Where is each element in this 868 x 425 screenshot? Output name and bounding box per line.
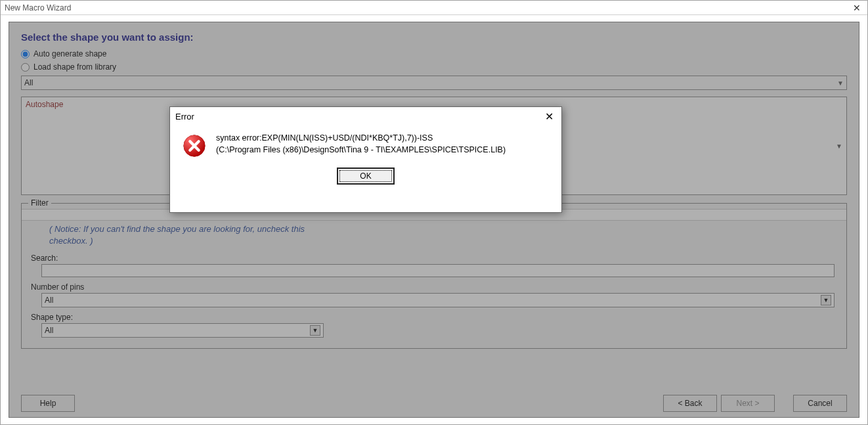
radio-load-library[interactable]: Load shape from library (21, 62, 847, 72)
error-button-row: OK (170, 162, 561, 192)
section-title: Select the shape you want to assign: (21, 32, 847, 43)
library-combo-value: All (24, 78, 33, 87)
type-value: All (45, 326, 53, 335)
ok-button[interactable]: OK (337, 168, 395, 185)
error-body: syntax error:EXP(MIN(LN(ISS)+USD/(NDI*KB… (170, 125, 561, 162)
close-icon[interactable]: ✕ (542, 110, 556, 123)
next-button[interactable]: Next > (721, 395, 775, 412)
ok-label: OK (360, 171, 371, 181)
shape-list-item: Autoshape (26, 100, 63, 192)
wizard-title: New Macro Wizard (5, 3, 71, 12)
error-dialog: Error ✕ syntax error:EXP(MIN(LN(ISS)+USD… (169, 106, 562, 213)
wizard-button-row: Help < Back Next > Cancel (21, 395, 847, 412)
wizard-titlebar: New Macro Wizard ✕ (1, 1, 867, 15)
back-label: < Back (678, 399, 702, 408)
error-title: Error (175, 112, 194, 122)
chevron-down-icon: ▼ (837, 79, 844, 87)
cancel-label: Cancel (808, 399, 832, 408)
wizard-content: Select the shape you want to assign: Aut… (9, 22, 859, 418)
pins-label: Number of pins (31, 282, 837, 292)
help-button[interactable]: Help (21, 395, 75, 412)
library-combo[interactable]: All ▼ (21, 76, 847, 90)
wizard-body: Select the shape you want to assign: Aut… (1, 15, 867, 424)
filter-legend: Filter (28, 198, 51, 208)
type-label: Shape type: (31, 313, 837, 322)
radio-load-input[interactable] (21, 63, 30, 72)
radio-load-label: Load shape from library (33, 62, 116, 72)
close-icon[interactable]: ✕ (850, 3, 863, 13)
search-input[interactable] (41, 264, 835, 277)
chevron-down-icon: ▼ (821, 295, 831, 305)
chevron-down-icon: ▼ (310, 325, 320, 336)
chevron-down-icon: ▼ (836, 143, 842, 150)
next-label: Next > (736, 399, 759, 408)
radio-auto-generate[interactable]: Auto generate shape (21, 49, 847, 58)
error-titlebar: Error ✕ (170, 107, 561, 125)
error-line1: syntax error:EXP(MIN(LN(ISS)+USD/(NDI*KB… (216, 132, 506, 144)
search-label: Search: (31, 254, 837, 263)
error-line2: (C:\Program Files (x86)\DesignSoft\Tina … (216, 144, 506, 156)
radio-auto-input[interactable] (21, 50, 30, 58)
back-button[interactable]: < Back (663, 395, 717, 412)
cancel-button[interactable]: Cancel (793, 395, 847, 412)
pins-combo[interactable]: All ▼ (41, 293, 835, 307)
filter-notice: ( Notice: If you can't find the shape yo… (49, 223, 332, 247)
radio-auto-label: Auto generate shape (33, 49, 106, 58)
error-text: syntax error:EXP(MIN(LN(ISS)+USD/(NDI*KB… (216, 132, 506, 158)
error-icon (182, 133, 207, 158)
filter-groupbox: Filter ( Notice: If you can't find the s… (21, 203, 847, 349)
help-label: Help (40, 399, 56, 408)
pins-value: All (45, 296, 53, 305)
shape-type-combo[interactable]: All ▼ (41, 323, 324, 338)
